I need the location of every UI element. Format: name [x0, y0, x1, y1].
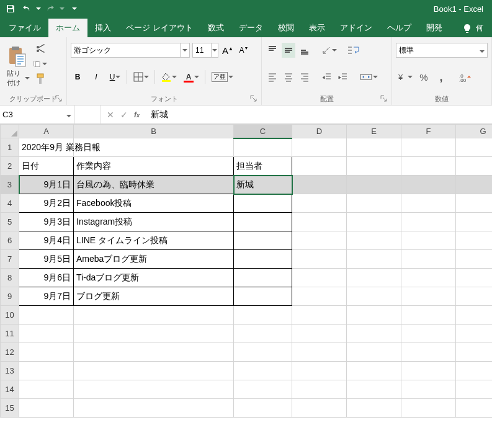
- cell[interactable]: 日付: [19, 157, 74, 176]
- alignment-dialog-launcher[interactable]: [380, 95, 389, 104]
- merge-center-button[interactable]: [359, 69, 378, 84]
- cell[interactable]: [347, 250, 401, 269]
- row-header[interactable]: 12: [1, 343, 19, 362]
- cell[interactable]: [401, 213, 456, 231]
- cell[interactable]: [19, 343, 74, 362]
- undo-dropdown-icon[interactable]: [36, 7, 41, 10]
- increase-indent-button[interactable]: [336, 69, 350, 84]
- cell[interactable]: [292, 213, 347, 231]
- underline-button[interactable]: U: [108, 69, 122, 84]
- cell[interactable]: [19, 380, 74, 399]
- cell[interactable]: [292, 250, 347, 269]
- column-header[interactable]: D: [292, 125, 347, 138]
- cell[interactable]: [401, 157, 456, 176]
- cell[interactable]: [19, 362, 74, 380]
- cell[interactable]: 9月7日: [19, 287, 74, 306]
- redo-dropdown-icon[interactable]: [60, 7, 65, 10]
- cell[interactable]: ブログ更新: [74, 287, 234, 306]
- cell[interactable]: [347, 157, 401, 176]
- formula-bar[interactable]: [146, 105, 492, 123]
- row-header[interactable]: 14: [1, 380, 19, 399]
- cell[interactable]: [234, 138, 292, 157]
- cell[interactable]: 台風の為、臨時休業: [74, 176, 234, 194]
- cell[interactable]: [401, 231, 456, 250]
- cell[interactable]: [234, 287, 292, 306]
- cell[interactable]: [401, 380, 456, 399]
- row-header[interactable]: 7: [1, 250, 19, 269]
- cell[interactable]: [347, 138, 401, 157]
- fill-color-button[interactable]: [160, 69, 177, 84]
- cell[interactable]: [292, 231, 347, 250]
- cell[interactable]: [292, 306, 347, 325]
- name-box[interactable]: [0, 105, 74, 123]
- row-header[interactable]: 1: [1, 138, 19, 157]
- align-middle-button[interactable]: [282, 43, 295, 58]
- cut-button[interactable]: [34, 43, 47, 55]
- orientation-button[interactable]: [320, 43, 338, 58]
- cell[interactable]: Facebook投稿: [74, 194, 234, 213]
- tab-addins[interactable]: アドイン: [333, 19, 380, 37]
- number-format-combo[interactable]: 標準: [396, 43, 488, 58]
- cell[interactable]: [234, 399, 292, 418]
- cell[interactable]: [456, 287, 493, 306]
- decrease-font-button[interactable]: A▼: [237, 43, 251, 58]
- cell[interactable]: [456, 231, 493, 250]
- cell[interactable]: [292, 343, 347, 362]
- tab-view[interactable]: 表示: [302, 19, 333, 37]
- cell[interactable]: [347, 213, 401, 231]
- cell[interactable]: [401, 325, 456, 343]
- cell[interactable]: 9月2日: [19, 194, 74, 213]
- tell-me[interactable]: 何: [458, 19, 487, 37]
- cell[interactable]: [401, 343, 456, 362]
- cell[interactable]: [234, 231, 292, 250]
- cell[interactable]: [456, 250, 493, 269]
- row-header[interactable]: 2: [1, 157, 19, 176]
- cell[interactable]: [292, 138, 347, 157]
- cell[interactable]: 9月6日: [19, 269, 74, 287]
- increase-font-button[interactable]: A▲: [221, 43, 235, 58]
- align-top-button[interactable]: [266, 43, 279, 58]
- row-header[interactable]: 9: [1, 287, 19, 306]
- cell[interactable]: [456, 213, 493, 231]
- confirm-formula-icon[interactable]: ✓: [120, 110, 128, 120]
- format-painter-button[interactable]: [34, 73, 47, 85]
- cell[interactable]: [456, 380, 493, 399]
- clipboard-dialog-launcher[interactable]: [55, 95, 64, 104]
- redo-icon[interactable]: [43, 2, 57, 16]
- column-header[interactable]: G: [456, 125, 493, 138]
- align-left-button[interactable]: [266, 69, 279, 84]
- cell[interactable]: [234, 362, 292, 380]
- cell[interactable]: [401, 399, 456, 418]
- row-header[interactable]: 4: [1, 194, 19, 213]
- cell[interactable]: [234, 380, 292, 399]
- cell[interactable]: [456, 325, 493, 343]
- font-color-button[interactable]: A: [182, 69, 200, 84]
- phonetic-button[interactable]: ア亜: [210, 69, 234, 84]
- cell[interactable]: [292, 176, 347, 194]
- column-header[interactable]: B: [74, 125, 234, 138]
- cell[interactable]: [74, 362, 234, 380]
- font-name-input[interactable]: [71, 46, 180, 55]
- cell[interactable]: [234, 325, 292, 343]
- italic-button[interactable]: I: [89, 69, 103, 84]
- cell[interactable]: [292, 399, 347, 418]
- cell[interactable]: [292, 325, 347, 343]
- cancel-formula-icon[interactable]: ✕: [107, 110, 114, 120]
- cell[interactable]: [456, 343, 493, 362]
- row-header[interactable]: 8: [1, 269, 19, 287]
- cell[interactable]: [456, 194, 493, 213]
- save-icon[interactable]: [4, 2, 17, 16]
- select-all-corner[interactable]: [1, 125, 19, 138]
- row-header[interactable]: 5: [1, 213, 19, 231]
- column-header[interactable]: C: [234, 125, 292, 138]
- font-size-combo[interactable]: [192, 43, 218, 58]
- cell[interactable]: [292, 362, 347, 380]
- cell[interactable]: [401, 138, 456, 157]
- font-name-dropdown-icon[interactable]: [180, 43, 189, 57]
- cell[interactable]: [292, 287, 347, 306]
- cell[interactable]: [347, 176, 401, 194]
- undo-icon[interactable]: [20, 2, 34, 16]
- cell[interactable]: [401, 269, 456, 287]
- cell[interactable]: Amebaブログ更新: [74, 250, 234, 269]
- bold-button[interactable]: B: [71, 69, 84, 84]
